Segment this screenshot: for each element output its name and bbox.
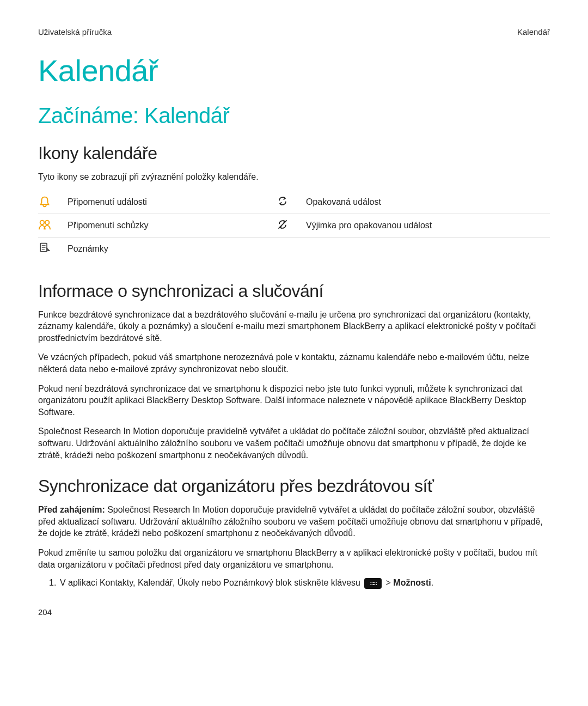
step-number: 1. xyxy=(38,578,60,589)
step-text-pre: V aplikaci Kontakty, Kalendář, Úkoly neb… xyxy=(60,578,363,587)
page-number: 204 xyxy=(38,607,550,617)
table-row: Připomenutí schůzky Výjimka pro opakovan… xyxy=(38,214,550,237)
icons-table: Připomenutí události Opakovaná událost P… xyxy=(38,191,550,260)
recur-except-icon xyxy=(277,218,291,233)
note-icon xyxy=(38,242,52,256)
icon-label: Připomenutí schůzky xyxy=(68,214,277,237)
before-start-text: Před zahájením: Společnost Research In M… xyxy=(38,504,550,539)
page-title: Kalendář xyxy=(38,53,550,88)
step-sep: > xyxy=(386,578,394,587)
icons-intro: Tyto ikony se zobrazují při zvýraznění p… xyxy=(38,171,550,183)
icon-label: Připomenutí události xyxy=(68,191,277,214)
body-text: Ve vzácných případech, pokud váš smartph… xyxy=(38,351,550,375)
section-title: Začínáme: Kalendář xyxy=(38,104,550,128)
icon-label: Výjimka pro opakovanou událost xyxy=(306,214,550,237)
step-end: . xyxy=(431,578,433,587)
icons-heading: Ikony kalendáře xyxy=(38,143,550,163)
bell-icon xyxy=(38,195,52,209)
page-header: Uživatelská příručka Kalendář xyxy=(38,27,550,36)
body-text: Pokud není bezdrátová synchronizace dat … xyxy=(38,383,550,418)
sync-info-heading: Informace o synchronizaci a slučování xyxy=(38,281,550,301)
before-label: Před zahájením: xyxy=(38,505,105,514)
people-icon xyxy=(38,218,52,233)
body-text: Pokud změníte tu samou položku dat organ… xyxy=(38,547,550,570)
icon-label: Opakovaná událost xyxy=(306,191,550,214)
recur-icon xyxy=(277,195,291,209)
body-text: Funkce bezdrátové synchronizace dat a be… xyxy=(38,309,550,344)
icon-label: Poznámky xyxy=(68,237,277,260)
step-1: 1. V aplikaci Kontakty, Kalendář, Úkoly … xyxy=(38,578,550,589)
menu-key-icon: ∷∷ xyxy=(364,578,382,589)
table-row: Poznámky xyxy=(38,237,550,260)
body-text: Společnost Research In Motion doporučuje… xyxy=(38,425,550,461)
sync-wireless-heading: Synchronizace dat organizátoru přes bezd… xyxy=(38,476,550,496)
header-left: Uživatelská příručka xyxy=(38,27,112,36)
header-right: Kalendář xyxy=(517,27,550,36)
before-text: Společnost Research In Motion doporučuje… xyxy=(38,505,543,538)
table-row: Připomenutí události Opakovaná událost xyxy=(38,191,550,214)
step-text-post: Možnosti xyxy=(393,578,431,587)
